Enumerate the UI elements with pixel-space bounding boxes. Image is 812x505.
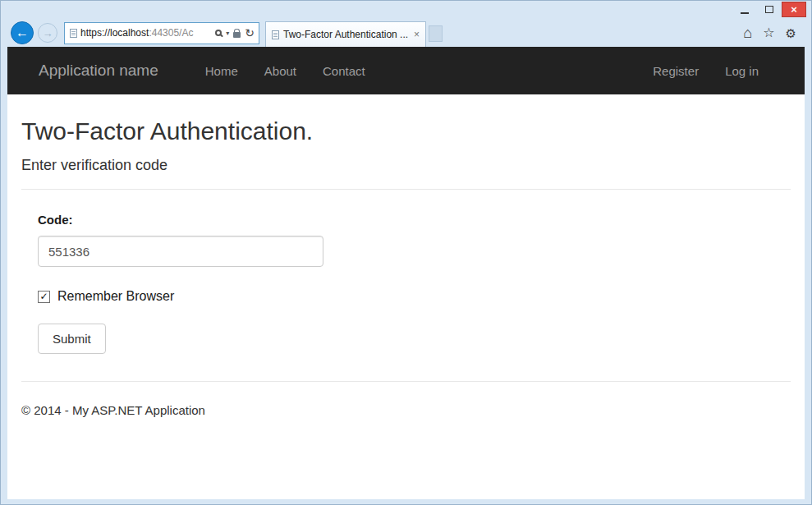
checkmark-icon: ✓: [39, 292, 48, 301]
navbar-account-links: Register Log in: [640, 64, 772, 78]
browser-toolbar: ← → https://localhost:44305/Ac ▾ ↻ Two-F…: [1, 19, 811, 47]
nav-link-login[interactable]: Log in: [712, 64, 772, 78]
page-title: Two-Factor Authentication.: [21, 117, 791, 145]
page-subheading: Enter verification code: [21, 157, 791, 174]
back-button[interactable]: ←: [11, 21, 34, 44]
nav-link-home[interactable]: Home: [192, 64, 251, 78]
back-arrow-icon: ←: [16, 25, 29, 40]
refresh-icon[interactable]: ↻: [245, 27, 255, 39]
browser-action-icons: ⌂ ☆ ⚙: [743, 25, 796, 40]
browser-tab[interactable]: Two-Factor Authentication ... ×: [265, 21, 426, 47]
page-icon: [70, 29, 77, 38]
maximize-icon: [765, 6, 773, 13]
nav-link-register[interactable]: Register: [640, 64, 712, 78]
favorites-star-icon[interactable]: ☆: [763, 26, 774, 39]
minimize-button[interactable]: [732, 2, 757, 17]
maximize-button[interactable]: [757, 2, 782, 17]
code-label: Code:: [38, 213, 791, 227]
site-navbar: Application name Home About Contact Regi…: [7, 47, 805, 94]
nav-link-about[interactable]: About: [251, 64, 310, 78]
forward-button[interactable]: →: [38, 23, 57, 43]
remember-browser-checkbox[interactable]: ✓: [38, 291, 50, 303]
remember-browser-row: ✓ Remember Browser: [38, 289, 791, 304]
url-text: https://localhost:44305/Ac: [80, 27, 212, 39]
divider-top: [21, 189, 791, 190]
tab-close-icon[interactable]: ×: [414, 29, 420, 40]
nav-link-contact[interactable]: Contact: [310, 64, 378, 78]
divider-bottom: [21, 381, 791, 382]
close-icon: ×: [791, 4, 797, 15]
address-bar-icons: ▾ ↻: [215, 27, 255, 39]
page-viewport: Application name Home About Contact Regi…: [7, 47, 805, 499]
navbar-brand[interactable]: Application name: [7, 62, 171, 80]
chevron-down-icon[interactable]: ▾: [226, 30, 229, 37]
navbar-links: Home About Contact: [192, 64, 378, 78]
code-input[interactable]: [38, 236, 323, 267]
forward-arrow-icon: →: [43, 27, 53, 39]
window-controls: ×: [732, 2, 806, 17]
close-button[interactable]: ×: [782, 2, 806, 17]
new-tab-button[interactable]: [429, 25, 443, 42]
tab-page-icon: [272, 30, 279, 39]
title-bar: ×: [1, 1, 811, 19]
remember-browser-label[interactable]: Remember Browser: [57, 289, 174, 304]
lock-icon: [233, 32, 241, 38]
verification-form: Code: ✓ Remember Browser Submit: [38, 213, 791, 354]
submit-button[interactable]: Submit: [38, 324, 106, 354]
tab-title: Two-Factor Authentication ...: [283, 29, 410, 40]
address-bar[interactable]: https://localhost:44305/Ac ▾ ↻: [64, 22, 259, 44]
footer-copyright: © 2014 - My ASP.NET Application: [21, 403, 791, 417]
minimize-icon: [741, 12, 749, 14]
home-icon[interactable]: ⌂: [743, 25, 752, 40]
page-content: Two-Factor Authentication. Enter verific…: [7, 117, 805, 417]
search-icon[interactable]: [215, 30, 222, 36]
browser-window: × ← → https://localhost:44305/Ac ▾ ↻ Two…: [0, 0, 812, 505]
settings-gear-icon[interactable]: ⚙: [786, 27, 796, 39]
